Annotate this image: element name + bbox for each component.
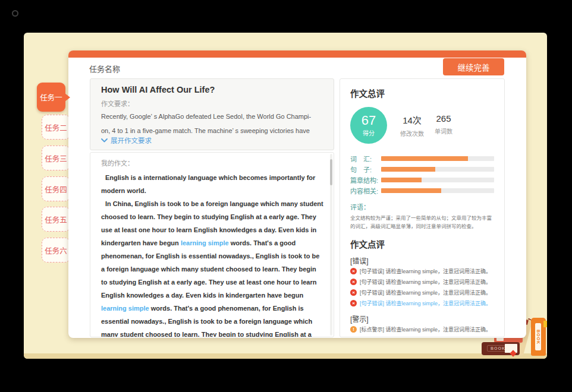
- score-bar-row: 内容相关:: [350, 185, 494, 196]
- grammar-highlight[interactable]: learning simple: [101, 305, 149, 312]
- score-badge: 67 得分: [350, 107, 387, 144]
- page-title: 任务名称: [89, 63, 120, 74]
- feedback-item-text: [句子错误] 请检查learning simple，注意冠词用法正确。: [360, 289, 491, 296]
- score-bar-fill: [381, 178, 422, 182]
- score-bar-track: [381, 188, 494, 193]
- error-section-header: [错误]: [350, 255, 494, 265]
- stat: 14次修改次数: [400, 113, 424, 138]
- sidebar-item-task-3[interactable]: 任务三: [42, 146, 70, 170]
- requirement-text: Recently, Google’ s AlphaGo defeated Lee…: [101, 110, 323, 137]
- stat-label: 修改次数: [400, 129, 424, 138]
- card-accent-bar: [68, 50, 526, 58]
- score-bar-row: 篇章结构:: [350, 175, 494, 185]
- score-row: 67 得分 14次修改次数265单词数: [350, 107, 494, 144]
- feedback-item-text: [句子错误] 请检查learning simple，注意冠词用法正确。: [360, 299, 491, 307]
- stat: 265单词数: [435, 113, 452, 138]
- essay-paragraph: In China, English is took to be a foreig…: [101, 197, 324, 337]
- feedback-item-text: [标点警示] 请检查learning simple，注意冠词用法正确。: [360, 325, 491, 333]
- feedback-item-text: [句子错误] 请检查learning simple，注意冠词用法正确。: [360, 267, 491, 275]
- grammar-highlight[interactable]: learning simple: [181, 239, 229, 246]
- expand-requirement-label: 展开作文要求: [111, 135, 152, 145]
- score-bar-label: 篇章结构:: [350, 175, 381, 185]
- stats: 14次修改次数265单词数: [400, 113, 452, 138]
- warning-icon: !: [350, 337, 357, 338]
- score-bar-fill: [381, 188, 441, 193]
- continue-button[interactable]: 继续完善: [443, 58, 504, 75]
- main-card: 任务名称 继续完善 How Will AI Affect Our Life? 作…: [68, 50, 526, 338]
- comment-text: 全文结构较为严谨；采用了一些简单的从句；文章用了较为丰富的词汇，高级词汇略显单薄…: [350, 214, 494, 230]
- score-bar-row: 词 汇:: [350, 153, 494, 164]
- sidebar-item-task-1[interactable]: 任务一: [37, 83, 65, 112]
- warning-section-header: [警示]: [350, 314, 494, 324]
- essay-title: How Will AI Affect Our Life?: [101, 85, 323, 94]
- requirement-panel: How Will AI Affect Our Life? 作文要求： Recen…: [90, 78, 334, 150]
- feedback-item[interactable]: ![标点警示] 请检查learning simple，注意冠词用法正确。: [350, 334, 494, 337]
- requirement-line: Recently, Google’ s AlphaGo defeated Lee…: [101, 110, 323, 122]
- feedback-item-text: [句子错误] 请检查learning simple，注意冠词用法正确。: [360, 278, 491, 286]
- requirement-label: 作文要求：: [101, 99, 323, 108]
- score-bar-row: 句 子:: [350, 164, 494, 175]
- score-bar-label: 句 子:: [350, 165, 381, 174]
- sidebar-item-task-5[interactable]: 任务五: [42, 207, 70, 232]
- essay-paragraph: English is a internationaly language whi…: [101, 171, 324, 197]
- feedback-item[interactable]: ×[句子错误] 请检查learning simple，注意冠词用法正确。: [350, 265, 494, 276]
- sidebar-item-task-6[interactable]: 任务六: [42, 238, 70, 263]
- bookmark-icon: [543, 321, 547, 327]
- stat-label: 单词数: [435, 127, 452, 135]
- review-panel: 作文总评 67 得分 14次修改次数265单词数 词 汇:句 子:篇章结构:内容…: [340, 78, 505, 337]
- feedback-item[interactable]: ×[句子错误] 请检查learning simple，注意冠词用法正确。: [350, 287, 494, 298]
- warning-list: ![标点警示] 请检查learning simple，注意冠词用法正确。![标点…: [350, 324, 494, 337]
- stat-value: 14次: [400, 113, 424, 126]
- scrollbar[interactable]: [330, 154, 332, 336]
- requirement-line: on, 4 to 1 in a five-game match. The mac…: [101, 125, 323, 137]
- chevron-down-icon: [101, 138, 108, 143]
- feedback-item[interactable]: ×[句子错误] 请检查learning simple，注意冠词用法正确。: [350, 276, 494, 287]
- feedback-item[interactable]: ×[句子错误] 请检查learning simple，注意冠词用法正确。: [350, 298, 494, 308]
- essay-text: English is a internationaly language whi…: [101, 171, 324, 337]
- score-bar-fill: [381, 167, 435, 172]
- score-value: 67: [362, 114, 376, 127]
- warning-icon: !: [350, 326, 357, 333]
- error-list: ×[句子错误] 请检查learning simple，注意冠词用法正确。×[句子…: [350, 265, 494, 308]
- window-control-icon[interactable]: [12, 10, 18, 17]
- error-icon: ×: [350, 289, 357, 296]
- sidebar-item-task-2[interactable]: 任务二: [42, 115, 70, 140]
- feedback-item-text: [标点警示] 请检查learning simple，注意冠词用法正确。: [360, 336, 491, 338]
- book-icon: BOOK: [531, 318, 546, 356]
- stat-value: 265: [435, 113, 452, 124]
- essay-panel[interactable]: 我的作文： English is a internationaly langua…: [90, 152, 334, 337]
- score-bar-fill: [381, 156, 468, 161]
- score-bar-label: 内容相关:: [350, 186, 381, 195]
- feedback-title: 作文点评: [350, 238, 494, 250]
- feedback-item[interactable]: ![标点警示] 请检查learning simple，注意冠词用法正确。: [350, 324, 494, 334]
- expand-requirement-link[interactable]: 展开作文要求: [101, 135, 152, 145]
- score-label: 得分: [363, 128, 375, 137]
- app-window: BOOK BOOK BOOK BOOK 任务一任务二任务三任务四任务五任务六 任…: [0, 0, 572, 392]
- sidebar-item-task-4[interactable]: 任务四: [42, 176, 70, 201]
- error-icon: ×: [350, 279, 357, 285]
- scrollbar-thumb[interactable]: [330, 159, 332, 185]
- error-icon: ×: [350, 300, 357, 306]
- desk-edge: [24, 353, 547, 359]
- score-bars: 词 汇:句 子:篇章结构:内容相关:: [350, 153, 494, 196]
- score-bar-track: [381, 156, 494, 161]
- error-icon: ×: [350, 268, 357, 274]
- review-title: 作文总评: [350, 87, 494, 99]
- score-bar-track: [381, 167, 494, 172]
- score-bar-track: [381, 178, 494, 182]
- essay-label: 我的作文：: [101, 158, 324, 167]
- comment-label: 评语：: [350, 202, 494, 211]
- score-bar-label: 词 汇:: [350, 154, 381, 163]
